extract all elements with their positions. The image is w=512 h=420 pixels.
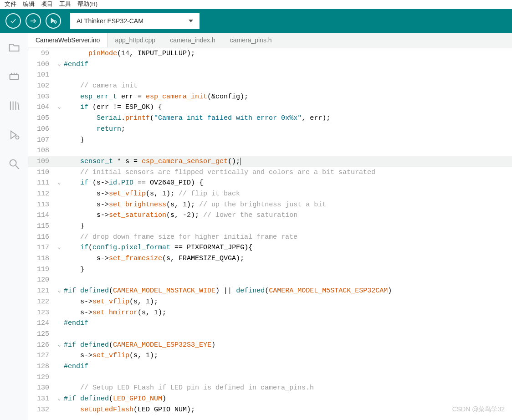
code-line[interactable]: 108 [28,145,512,156]
code-text: // Setup LED FLash if LED pin is defined… [64,383,512,394]
code-line[interactable]: 127 s->set_vflip(s, 1); [28,350,512,361]
code-line[interactable]: 99 pinMode(14, INPUT_PULLUP); [28,48,512,59]
menu-item[interactable]: 编辑 [23,0,35,8]
line-number: 130 [28,383,55,394]
code-line[interactable]: 123 s->set_hmirror(s, 1); [28,307,512,318]
svg-point-2 [54,21,56,23]
code-line[interactable]: 122 s->set_vflip(s, 1); [28,297,512,307]
code-line[interactable]: 131⌄#if defined(LED_GPIO_NUM) [28,394,512,405]
line-number: 105 [28,113,55,124]
code-text: sensor_t * s = esp_camera_sensor_get(); [64,156,512,167]
svg-line-13 [18,102,19,110]
fold-chevron-icon[interactable]: ⌄ [55,394,64,405]
svg-line-17 [15,166,19,169]
line-number: 124 [28,318,55,329]
code-line[interactable]: 106 return; [28,124,512,135]
tab[interactable]: app_httpd.cpp [108,33,163,48]
line-number: 119 [28,264,55,275]
code-editor[interactable]: 99 pinMode(14, INPUT_PULLUP);100⌄#endif1… [28,48,512,420]
code-line[interactable]: 112 s->set_vflip(s, 1); // flip it back [28,189,512,200]
code-line[interactable]: 130 // Setup LED FLash if LED pin is def… [28,383,512,394]
tab[interactable]: camera_pins.h [223,33,279,48]
code-line[interactable]: 120 [28,275,512,286]
code-text: s->set_saturation(s, -2); // lower the s… [64,210,512,221]
code-line[interactable]: 104⌄ if (err != ESP_OK) { [28,102,512,113]
fold-chevron-icon[interactable]: ⌄ [55,286,64,297]
code-line[interactable]: 105 Serial.printf("Camera init failed wi… [28,113,512,124]
code-text: #if defined(LED_GPIO_NUM) [64,394,512,405]
code-text: s->set_vflip(s, 1); [64,297,512,307]
code-line[interactable]: 103 esp_err_t err = esp_camera_init(&con… [28,92,512,102]
menu-item[interactable]: 工具 [59,0,71,8]
folder-icon[interactable] [8,41,20,54]
code-line[interactable]: 100⌄#endif [28,59,512,70]
line-number: 122 [28,297,55,307]
code-line[interactable]: 129 [28,372,512,383]
code-line[interactable]: 113 s->set_brightness(s, 1); // up the b… [28,200,512,210]
upload-button[interactable] [26,13,41,29]
code-text: if (err != ESP_OK) { [64,102,512,113]
code-line[interactable]: 128#endif [28,361,512,372]
code-line[interactable]: 114 s->set_saturation(s, -2); // lower t… [28,210,512,221]
code-text: if (s->id.PID == OV2640_PID) { [64,178,512,189]
code-text: Serial.printf("Camera init failed with e… [64,113,512,124]
line-number: 126 [28,340,55,351]
code-line[interactable]: 125 [28,329,512,340]
board-select-label: AI Thinker ESP32-CAM [77,17,143,25]
line-number: 102 [28,81,55,92]
line-number: 114 [28,210,55,221]
tab[interactable]: camera_index.h [163,33,223,48]
tab[interactable]: CameraWebServer.ino [28,33,108,47]
sidebar [0,33,28,420]
code-text: #endif [64,59,512,70]
code-text: s->set_hmirror(s, 1); [64,307,512,318]
code-line[interactable]: 117⌄ if(config.pixel_format == PIXFORMAT… [28,242,512,253]
fold-chevron-icon[interactable]: ⌄ [55,59,64,70]
code-text: // drop down frame size for higher initi… [64,232,512,243]
code-line[interactable]: 119 } [28,264,512,275]
code-line[interactable]: 132 setupLedFlash(LED_GPIO_NUM); [28,405,512,415]
code-line[interactable]: 111⌄ if (s->id.PID == OV2640_PID) { [28,178,512,189]
line-number: 113 [28,200,55,210]
menu-item[interactable]: 文件 [5,0,16,8]
code-line[interactable]: 121⌄#if defined(CAMERA_MODEL_M5STACK_WID… [28,286,512,297]
fold-chevron-icon[interactable]: ⌄ [55,340,64,351]
board-select[interactable]: AI Thinker ESP32-CAM [70,13,200,29]
code-line[interactable]: 110 // initial sensors are flipped verti… [28,167,512,178]
code-line[interactable]: 115 } [28,221,512,232]
fold-chevron-icon[interactable]: ⌄ [55,102,64,113]
menu-item[interactable]: 项目 [41,0,53,8]
menu-item[interactable]: 帮助(H) [77,0,97,8]
library-manager-icon[interactable] [8,99,20,112]
code-text: pinMode(14, INPUT_PULLUP); [64,48,512,59]
debug-icon[interactable] [8,128,20,141]
code-text: #endif [64,361,512,372]
line-number: 104 [28,102,55,113]
code-line[interactable]: 109 sensor_t * s = esp_camera_sensor_get… [28,156,512,167]
code-line[interactable]: 116 // drop down frame size for higher i… [28,232,512,243]
debug-button[interactable] [46,13,61,29]
code-text: // camera init [64,81,512,92]
code-line[interactable]: 124#endif [28,318,512,329]
fold-chevron-icon[interactable]: ⌄ [55,178,64,189]
line-number: 106 [28,124,55,135]
chevron-down-icon [189,20,193,22]
code-text: } [64,264,512,275]
code-text: return; [64,124,512,135]
code-line[interactable]: 118 s->set_framesize(s, FRAMESIZE_QVGA); [28,253,512,264]
code-line[interactable]: 126⌄#if defined(CAMERA_MODEL_ESP32S3_EYE… [28,340,512,351]
line-number: 116 [28,232,55,243]
code-line[interactable]: 102 // camera init [28,81,512,92]
line-number: 115 [28,221,55,232]
line-number: 108 [28,145,55,156]
code-text: #if defined(CAMERA_MODEL_ESP32S3_EYE) [64,340,512,351]
code-line[interactable]: 101 [28,70,512,81]
code-line[interactable]: 107 } [28,135,512,146]
code-text: s->set_framesize(s, FRAMESIZE_QVGA); [64,253,512,264]
fold-chevron-icon[interactable]: ⌄ [55,242,64,253]
search-icon[interactable] [8,158,20,170]
line-number: 110 [28,167,55,178]
verify-button[interactable] [5,13,21,29]
line-number: 128 [28,361,55,372]
board-manager-icon[interactable] [8,70,20,83]
